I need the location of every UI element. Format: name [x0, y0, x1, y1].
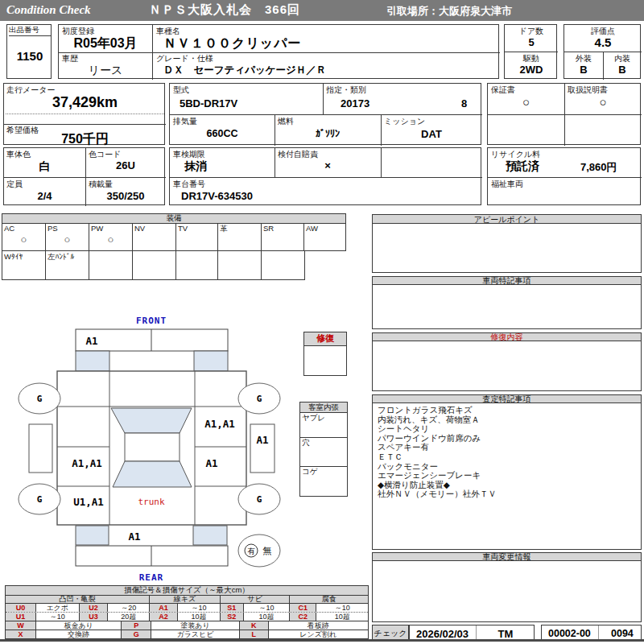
- check-date-box: 2026/02/03 TM: [409, 625, 535, 641]
- legend-code: P: [121, 621, 151, 630]
- legend-code: W: [6, 621, 35, 630]
- first-reg-value: R05年03月: [59, 35, 152, 52]
- sheet-code-box: 00002-00 0094: [541, 625, 642, 641]
- engine-box: 型式 5BD-DR17V 指定・類別 20173 8 排気量 660CC 燃料 …: [169, 83, 481, 145]
- mark-right-front: A1,A1: [204, 418, 235, 430]
- vin-value: DR17V-634530: [181, 190, 253, 202]
- recycle-box: リサイクル料 預託済 7,860円 福祉車両: [487, 147, 641, 205]
- legend-code: S2: [220, 613, 243, 621]
- mission-value: DAT: [381, 128, 482, 140]
- bottom-rule: [0, 639, 644, 642]
- trunk-label: trunk: [138, 497, 164, 507]
- legend-code: U3: [79, 613, 108, 621]
- load-value: 350/250: [85, 190, 166, 202]
- legend-code: C2: [289, 613, 316, 621]
- equip-col-tv: TV: [175, 224, 217, 250]
- doors-value: 5: [505, 36, 558, 48]
- type-value: 5BD-DR17V: [180, 97, 237, 109]
- inspection-label: 車検期限: [173, 150, 205, 159]
- odometer-value: 37,429km: [4, 94, 166, 111]
- legend-value: 10超: [316, 613, 368, 621]
- legend-group-scratch: 線キズ: [149, 596, 220, 603]
- legend-code: G: [121, 630, 151, 638]
- left-sill: [29, 424, 52, 473]
- legend-code: U2: [79, 604, 108, 612]
- color-code-label: 色コード: [89, 150, 121, 159]
- recycle-label: リサイクル料: [491, 150, 540, 159]
- mark-right-side: A1: [256, 434, 268, 446]
- displacement-label: 排気量: [173, 117, 197, 126]
- manual-mark: ○: [564, 95, 642, 109]
- drive-value: 2WD: [505, 64, 558, 76]
- flag-yes: 有: [247, 547, 255, 555]
- legend-value: 10超: [243, 613, 290, 621]
- model-name-label: 車種名: [156, 27, 180, 35]
- equip-col-nv: NV: [132, 224, 175, 250]
- mark-front-bumper: A1: [85, 335, 97, 347]
- class-value-2: 8: [461, 97, 467, 109]
- score-value: 4.5: [564, 35, 642, 49]
- damage-legend-table: 損傷記号＆損傷サイズ（～最大cm） 凸凹・亀裂 線キズ サビ 腐食 U0 エクボ…: [5, 585, 369, 621]
- legend-group-rust: サビ: [220, 596, 290, 603]
- legend-value: ～20: [107, 604, 149, 612]
- check-label: チェック: [372, 625, 409, 641]
- equipment-title: 装備: [2, 213, 346, 224]
- warranty-mark: ○: [488, 95, 564, 109]
- front-label: FRONT: [136, 316, 167, 326]
- legend-value: エクボ: [35, 604, 79, 612]
- cabin-row-hole: 穴: [299, 438, 348, 467]
- inspector-initials: TM: [476, 628, 535, 640]
- front-glass-right: [194, 351, 228, 371]
- sheet-number: 0094: [611, 628, 634, 639]
- legend-value: 看板跡: [268, 621, 368, 630]
- rear-glass-right: [193, 526, 227, 545]
- rear-glass-left: [76, 526, 109, 545]
- change-info-body: [372, 560, 642, 622]
- class-label: 指定・類別: [326, 85, 366, 94]
- cabin-row-burn: コゲ: [299, 467, 348, 497]
- welfare-label: 福祉車両: [491, 180, 523, 188]
- type-label: 型式: [173, 85, 189, 94]
- mark-left-quarter: U1,A1: [73, 496, 104, 508]
- recycle-status: 預託済: [506, 159, 539, 174]
- wheel-grade: G: [257, 394, 262, 404]
- exterior-label: 外装: [564, 54, 603, 63]
- grade-label: グレード・仕様: [156, 54, 213, 63]
- legend-code: K: [239, 621, 268, 630]
- capacity-label: 定員: [6, 180, 23, 188]
- load-label: 積載量: [89, 180, 113, 188]
- color-label: 車体色: [6, 150, 31, 159]
- auction-title: ＮＰＳ大阪入札会 366回: [149, 2, 300, 18]
- lot-number-value: 1150: [7, 49, 52, 63]
- capacity-value: 2/4: [4, 190, 85, 202]
- body-color-box: 車体色 白 色コード 26U 定員 2/4 積載量 350/250: [3, 147, 165, 205]
- legend-group-dent: 凸凹・亀裂: [6, 596, 149, 603]
- brand-logo: Condition Check: [6, 3, 91, 17]
- equip-mark: ○: [46, 233, 89, 246]
- mark-right-rear: A1: [205, 457, 217, 469]
- legend-group-corrosion: 腐食: [289, 596, 368, 603]
- grade-value: ＤＸ セーフティパッケージＨ／Ｒ: [163, 64, 326, 77]
- vin-label: 車台番号: [173, 180, 205, 188]
- documents-box: 保証書 ○ 取扱説明書 ○: [487, 83, 641, 145]
- equipment-table: 装備 AC○ PS○ PW○ NV TV 革 SR AW Wﾀｲﾔ 左ﾊﾝﾄﾞﾙ: [2, 213, 346, 280]
- legend-code: L: [239, 630, 268, 638]
- doors-drive-box: ドア数 5 駆動 2WD: [504, 24, 557, 79]
- legend-value: 10超: [177, 613, 220, 621]
- assessment-item: 社外ＮＶ（メモリー）社外ＴＶ: [378, 489, 636, 499]
- repair-content-body: [372, 341, 642, 391]
- lot-number-box: 出品番号 1150: [6, 24, 52, 79]
- vehicle-id-box: 初度登録 R05年03月 車種名 ＮＶ１００クリッパー 車歴 リース グレード・…: [58, 24, 499, 79]
- legend-value: 20超: [107, 613, 149, 621]
- odometer-box: 走行メーター 37,429km 希望価格 750千円: [3, 83, 165, 145]
- legend-value: レンズ割れ: [268, 630, 368, 638]
- legend-value: ～10: [243, 604, 290, 612]
- equip-col-sr: SR: [261, 224, 303, 250]
- score-box: 評価点 4.5 外装 B 内装 B: [564, 24, 641, 79]
- equip-col-ps: PS○: [45, 224, 89, 250]
- cabin-box: 客室内張 ヤブレ 穴 コゲ: [299, 402, 348, 493]
- drive-label: 駆動: [505, 54, 558, 63]
- history-label: 車歴: [62, 54, 78, 63]
- legend-code: S1: [220, 604, 243, 612]
- roof-panel: [125, 433, 180, 461]
